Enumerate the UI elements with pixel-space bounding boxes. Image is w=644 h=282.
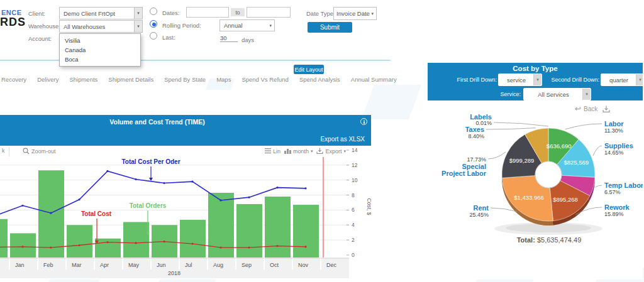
bar-edge[interactable]	[0, 219, 8, 258]
tab-delivery[interactable]: Delivery	[37, 76, 58, 83]
service-label: Service:	[483, 91, 521, 97]
tab-annual-summary[interactable]: Annual Summary	[351, 76, 397, 83]
chevron-down-icon[interactable]: ▾	[582, 89, 591, 100]
pie-total: Total: $5,635,474.49	[441, 236, 644, 244]
tab-spend-analysis[interactable]: Spend Analysis	[299, 76, 340, 83]
export-icon	[602, 106, 610, 113]
tab-spend-vs-refund[interactable]: Spend Vs Refund	[242, 76, 288, 83]
chevron-down-icon[interactable]: ▾	[134, 8, 142, 19]
account-label: Account:	[28, 35, 52, 42]
tab-spend-by-state[interactable]: Spend By State	[164, 76, 206, 83]
callout-temp-labor-pct: 6.57%	[604, 189, 621, 195]
x-tick-label: Oct	[270, 262, 279, 268]
x-tick-label: May	[128, 262, 140, 268]
bar-Oct[interactable]	[265, 197, 291, 258]
warehouse-select[interactable]: All Warehouses ▾	[59, 20, 143, 33]
warehouse-dropdown-list: VisiliaCanadaBoca	[59, 33, 141, 67]
date-type-label: Date Type:	[306, 10, 335, 17]
slice-value-label: $1,433,966	[514, 194, 544, 201]
submit-button[interactable]: Submit	[308, 22, 352, 33]
bar-Jul[interactable]	[180, 220, 206, 258]
annotation-total-orders: Total Orders	[130, 202, 167, 209]
watermark-shape	[362, 85, 421, 119]
second-drill-select[interactable]: quarter ▾	[601, 73, 643, 86]
callout-rework-pct: 15.89%	[604, 211, 624, 217]
back-arrow-icon: ↩	[575, 104, 581, 113]
first-drill-label: First Drill Down:	[440, 77, 497, 83]
x-tick-label: Apr	[100, 262, 109, 268]
dashboard-page: ENCE RDS Client: Demo Client FrtOpt ▾ Wa…	[0, 0, 644, 282]
bar-Mar[interactable]	[67, 225, 92, 258]
bar-May[interactable]	[123, 222, 149, 258]
dropdown-option-boca[interactable]: Boca	[60, 55, 140, 64]
x-tick-label: Nov	[298, 262, 309, 268]
y-tick-label: 4	[352, 222, 355, 228]
callout-labor: Labor	[604, 120, 624, 127]
info-icon[interactable]	[360, 118, 367, 125]
bar-Sep[interactable]	[236, 204, 262, 258]
dropdown-option-canada[interactable]: Canada	[60, 45, 140, 55]
date-from-input[interactable]	[186, 7, 229, 18]
dropdown-option-visilia[interactable]: Visilia	[60, 36, 140, 45]
rolling-period-radio[interactable]	[150, 20, 157, 28]
annotation-total-cost: Total Cost	[81, 210, 112, 217]
bar-Nov[interactable]	[293, 205, 319, 258]
dates-radio[interactable]	[150, 8, 157, 15]
chevron-down-icon: ▾	[371, 11, 374, 16]
date-to-chip: to	[231, 8, 245, 16]
cost-by-type-donut: $636,690$825,569$895,268$1,433,966$999,2…	[428, 113, 643, 239]
callout-special-project-labor: Project Labor	[441, 170, 487, 177]
date-type-select[interactable]: Invoice Date ▾	[333, 7, 377, 20]
export-xlsx-link[interactable]: Export as XLSX	[320, 136, 365, 143]
tab-shipments[interactable]: Shipments	[69, 76, 97, 83]
rolling-period-select[interactable]: Annual ▾	[219, 19, 275, 31]
client-value: Demo Client FrtOpt	[64, 10, 115, 17]
callout-rework: Rework	[604, 203, 630, 211]
chevron-down-icon: ▾	[269, 23, 272, 28]
trend-chart-panel: Volume and Cost Trend (TIME) Export as X…	[0, 115, 371, 279]
dates-label: Dates:	[162, 9, 179, 16]
callout-rent-pct: 25.45%	[469, 212, 489, 218]
last-days-input[interactable]: 30	[220, 35, 238, 42]
slice-value-label: $825,569	[564, 159, 589, 166]
date-to-input[interactable]	[247, 7, 291, 18]
pie-total-value: $5,635,474.49	[537, 236, 581, 244]
x-axis-year: 2018	[168, 270, 180, 276]
edit-layout-button[interactable]: Edit Layout	[294, 65, 324, 74]
cost-by-type-title: Cost by Type	[428, 65, 643, 72]
second-drill-value: quarter	[609, 77, 628, 84]
logo-fragment-bottom: RDS	[0, 16, 26, 29]
y-tick-label: 14	[352, 147, 358, 153]
trend-chart-header: Volume and Cost Trend (TIME) Export as X…	[0, 115, 371, 146]
slice-value-label: $895,268	[553, 196, 578, 203]
cost-by-type-header: Cost by Type First Drill Down: service ▾…	[428, 63, 643, 100]
y-axis-title: Cost, $	[366, 198, 371, 215]
bar-Jan[interactable]	[10, 233, 36, 258]
callout-taxes-pct: 8.40%	[468, 133, 484, 139]
cost-by-type-panel: Cost by Type First Drill Down: service ▾…	[428, 63, 643, 279]
first-drill-value: service	[507, 77, 526, 84]
tab-maps[interactable]: Maps	[216, 76, 231, 83]
x-tick-label: Feb	[43, 262, 53, 268]
x-tick-label: Dec	[326, 262, 337, 268]
warehouse-label: Warehouse:	[28, 23, 60, 30]
last-radio[interactable]	[150, 32, 157, 40]
chevron-down-icon[interactable]: ▾	[533, 74, 541, 85]
rolling-period-label: Rolling Period:	[162, 22, 201, 29]
tab-recovery[interactable]: Recovery	[1, 76, 26, 83]
callout-rent: Rent	[474, 204, 489, 212]
client-select[interactable]: Demo Client FrtOpt ▾	[59, 7, 143, 19]
slice-value-label: $636,690	[547, 143, 572, 149]
rolling-period-value: Annual	[224, 22, 243, 29]
y-tick-label: 6	[352, 207, 355, 213]
chevron-down-icon[interactable]: ▾	[636, 74, 643, 85]
y-tick-label: 8	[352, 192, 355, 198]
back-button[interactable]: ↩ Back	[575, 104, 597, 113]
tab-shipment-details[interactable]: Shipment Details	[108, 76, 153, 83]
service-select[interactable]: All Services ▾	[523, 88, 591, 100]
y-tick-label: 10	[352, 177, 358, 183]
chevron-down-icon[interactable]: ▾	[134, 21, 142, 32]
service-value: All Services	[538, 91, 569, 98]
x-tick-label: Mar	[72, 262, 82, 268]
first-drill-select[interactable]: service ▾	[498, 73, 542, 86]
